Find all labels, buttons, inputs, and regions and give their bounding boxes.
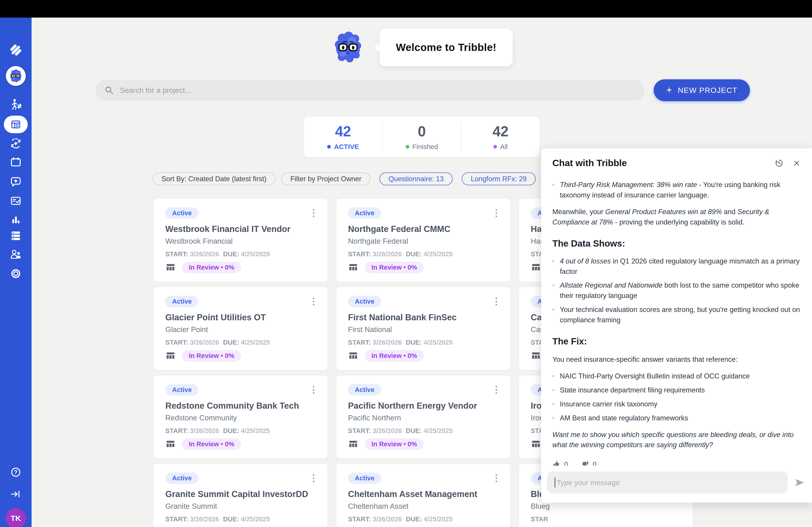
svg-text:?: ? [14,469,18,476]
collapse-sidebar-icon[interactable] [10,488,22,500]
thumbs-down-button[interactable]: 0 [581,459,597,466]
progress-pill: In Review • 0% [365,262,424,273]
sidebar: ? TK [0,18,32,527]
project-search[interactable] [96,80,644,101]
stat-label: Finished [406,143,438,151]
chat-ai-icon[interactable] [9,175,22,188]
chat-text-segment: and [722,208,737,216]
tribble-logo-icon[interactable] [9,43,23,57]
project-dates: START: 3/26/2026DUE: 4/25/2025 [165,427,316,435]
stat-item[interactable]: 42All [461,121,540,153]
card-footer: In Review • 0% [348,350,424,362]
send-message-icon[interactable] [794,477,805,488]
due-date: 4/25/2025 [424,251,453,258]
filter-chip[interactable]: Filter by Project Owner [281,172,371,185]
start-date: 3/26/2026 [190,339,219,346]
filter-chip[interactable]: Questionnaire: 13 [379,172,453,185]
chat-bullet-text: NAIC Third-Party Oversight Bulletin inst… [560,371,750,381]
project-card[interactable]: ActivePacific Northern Energy VendorPaci… [336,375,510,459]
search-input[interactable] [120,86,636,95]
project-card[interactable]: ActiveFirst National Bank FinSecFirst Na… [336,287,510,370]
due-date: 4/25/2025 [241,251,270,258]
kebab-menu-icon[interactable] [494,296,498,307]
plus-icon: + [666,84,672,95]
project-title: Westbrook Financial IT Vendor [165,224,316,234]
project-title: Cheltenham Asset Management [348,490,498,499]
chat-section-heading: The Fix: [552,335,800,348]
table-icon [531,262,541,273]
chat-text-segment: Insurance carrier risk taxonomy [560,400,657,408]
project-card[interactable]: ActiveWestbrook Financial IT VendorWestb… [154,199,328,282]
project-dates: START: 3/26/2026DUE: 4/25/2025 [348,515,498,523]
thumbs-down-count: 0 [593,459,597,466]
start-label: START: [348,515,373,523]
thumbs-up-button[interactable]: 0 [552,459,568,466]
kebab-menu-icon[interactable] [311,296,316,307]
project-card[interactable]: ActiveGranite Summit Capital InvestorDDG… [154,464,328,527]
kebab-menu-icon[interactable] [494,207,498,219]
project-card[interactable]: ActiveGlacier Point Utilities OTGlacier … [154,287,328,370]
team-members-icon[interactable] [9,248,22,261]
project-client: Pacific Northern [348,413,498,422]
project-dates: STAR [531,515,681,523]
new-project-button[interactable]: + NEW PROJECT [654,79,750,101]
start-date: 3/26/2026 [190,251,219,258]
stat-item[interactable]: 42ACTIVE [304,121,382,153]
project-card[interactable]: ActiveRedstone Community Bank TechRedsto… [154,375,328,459]
kebab-menu-icon[interactable] [311,472,316,484]
project-client: First National [348,325,498,334]
progress-pill: In Review • 0% [365,350,424,362]
sidebar-item-projects-active[interactable] [4,116,28,133]
chat-feedback-row: 00 [552,459,800,466]
table-icon [165,439,176,450]
calendar-icon[interactable] [9,155,22,169]
progress-pill: In Review • 0% [182,262,241,273]
kebab-menu-icon[interactable] [311,384,316,395]
project-title: Northgate Federal CMMC [348,224,498,234]
kebab-menu-icon[interactable] [494,472,498,484]
review-checklist-icon[interactable] [9,194,22,207]
settings-gear-icon[interactable] [9,267,22,280]
chat-close-icon[interactable] [792,159,801,168]
chat-history-icon[interactable] [774,158,784,168]
chat-bullet-text: Third-Party Risk Management: 38% win rat… [560,180,800,200]
table-icon [531,439,541,450]
chat-bullet-text: Allstate Regional and Nationwide both lo… [560,280,800,301]
project-dates: START: 3/26/2026DUE: 4/25/2025 [348,427,498,435]
chat-bullet-list: 4 out of 8 losses in Q1 2026 cited regul… [552,256,800,325]
chat-bullet-text: Your technical evaluation scores are str… [560,304,800,325]
start-label: START: [348,251,373,258]
project-dates: START: 3/26/2026DUE: 4/25/2025 [165,251,316,258]
project-card[interactable]: ActiveNorthgate Federal CMMCNorthgate Fe… [336,199,510,282]
bullet-dot-icon [552,260,554,262]
onboarding-walkthrough-icon[interactable] [9,97,23,111]
content-library-icon[interactable] [9,229,22,242]
user-avatar-initials: TK [11,514,21,523]
help-icon[interactable]: ? [9,466,22,479]
due-label: DUE: [223,339,241,346]
chat-text-segment: AM Best and state regulatory frameworks [560,414,688,422]
kebab-menu-icon[interactable] [494,384,498,395]
project-title: Glacier Point Utilities OT [165,313,316,322]
stat-value: 42 [335,123,351,140]
due-label: DUE: [406,427,424,434]
mascot-avatar-icon[interactable] [6,66,26,86]
chat-message-input[interactable]: Type your message [547,471,788,494]
user-avatar[interactable]: TK [6,508,26,527]
project-dates: START: 3/26/2026DUE: 4/25/2025 [348,339,498,346]
filter-chip[interactable]: Longform RFx: 29 [462,172,536,185]
kebab-menu-icon[interactable] [311,207,316,219]
bullet-dot-icon [552,403,554,405]
project-card[interactable]: ActiveCheltenham Asset ManagementChelten… [336,464,510,527]
search-icon [104,86,114,95]
filter-chip[interactable]: Sort By: Created Date (latest first) [153,172,275,185]
analytics-bar-chart-icon[interactable] [10,213,22,226]
stat-item[interactable]: 0Finished [382,121,461,153]
chat-bullet-text: AM Best and state regulatory frameworks [560,413,688,423]
status-badge: Active [165,384,199,395]
sync-generate-icon[interactable] [9,137,23,150]
chat-messages: Third-Party Risk Management: 38% win rat… [541,171,812,466]
project-client: Granite Summit [165,502,316,511]
filter-bar: Sort By: Created Date (latest first)Filt… [153,172,536,185]
project-title: First National Bank FinSec [348,313,498,322]
